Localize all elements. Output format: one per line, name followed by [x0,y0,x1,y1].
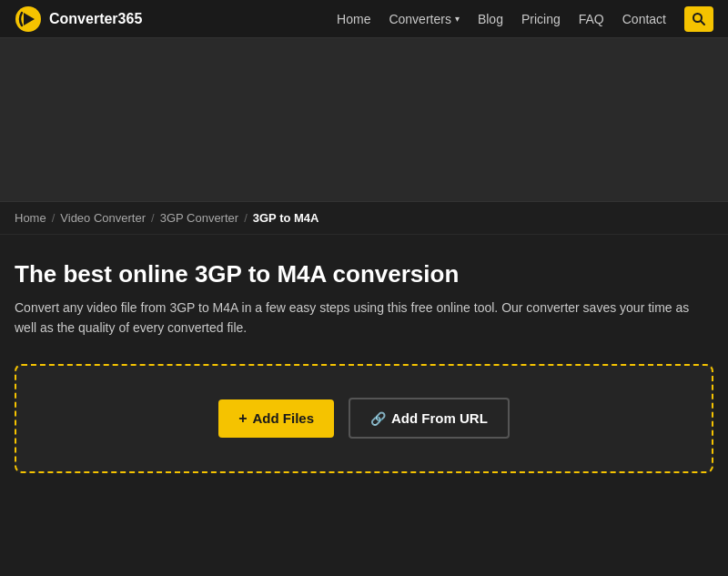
breadcrumb-3gp-converter[interactable]: 3GP Converter [160,211,238,225]
breadcrumb-video-converter[interactable]: Video Converter [60,211,146,225]
search-button[interactable] [684,6,713,32]
add-files-label: Add Files [253,410,315,426]
nav-pricing[interactable]: Pricing [521,12,561,26]
logo-text: Converter365 [49,11,142,27]
converter-box: + Add Files 🔗 Add From URL [15,364,713,473]
page-description: Convert any video file from 3GP to M4A i… [15,298,706,339]
nav-contact[interactable]: Contact [622,12,666,26]
chevron-down-icon: ▾ [455,14,460,24]
search-icon [692,12,706,26]
header: Converter365 Home Converters ▾ Blog Pric… [0,0,728,38]
main-content: The best online 3GP to M4A conversion Co… [0,235,728,491]
nav-converters-label[interactable]: Converters [389,12,450,26]
logo-icon [15,5,42,33]
nav-blog[interactable]: Blog [478,12,503,26]
breadcrumb-sep-3: / [244,211,248,225]
add-url-button[interactable]: 🔗 Add From URL [349,398,510,439]
nav-home[interactable]: Home [337,12,370,26]
breadcrumb-home[interactable]: Home [15,211,46,225]
logo[interactable]: Converter365 [15,5,142,33]
main-nav: Home Converters ▾ Blog Pricing FAQ Conta… [337,6,713,32]
nav-converters[interactable]: Converters ▾ [389,12,459,26]
nav-faq[interactable]: FAQ [579,12,604,26]
breadcrumb-sep-1: / [52,211,56,225]
page-title: The best online 3GP to M4A conversion [15,260,713,288]
svg-line-2 [701,21,704,25]
ad-banner [0,38,728,202]
add-files-button[interactable]: + Add Files [218,399,334,438]
link-icon: 🔗 [370,411,386,426]
breadcrumb-sep-2: / [151,211,155,225]
plus-icon: + [238,410,247,427]
breadcrumb-current: 3GP to M4A [253,211,319,225]
add-url-label: Add From URL [391,410,488,426]
breadcrumb: Home / Video Converter / 3GP Converter /… [0,202,728,235]
